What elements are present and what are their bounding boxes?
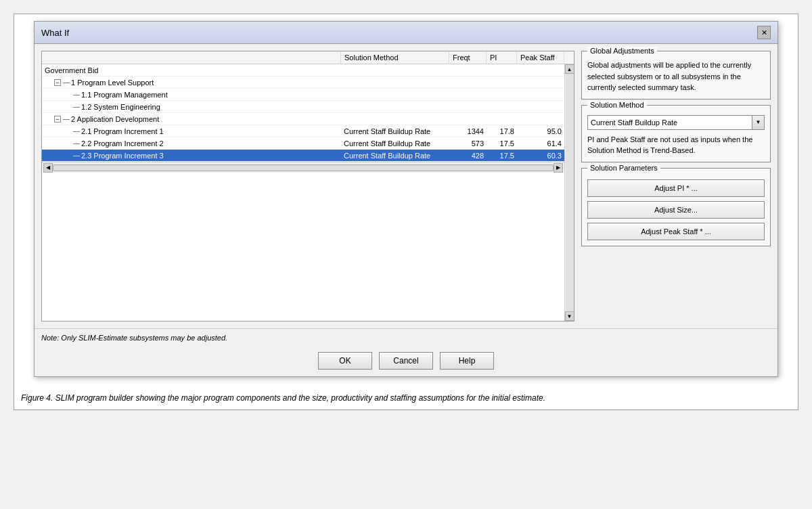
- row-pi: [487, 94, 517, 95]
- global-adjustments-text: Global adjustments will be applied to th…: [587, 60, 765, 93]
- solution-method-group: Solution Method Current Staff Buildup Ra…: [581, 105, 771, 162]
- solution-method-title: Solution Method: [587, 101, 647, 109]
- dialog-title: What If: [41, 28, 69, 38]
- note-text: Note: Only SLIM-Estimate subsystems may …: [41, 334, 227, 342]
- adjust-pi-button[interactable]: Adjust PI * ...: [587, 179, 765, 197]
- figure-caption: Figure 4. SLIM program builder showing t…: [14, 384, 798, 410]
- vertical-scrollbar[interactable]: ▲ ▼: [564, 64, 574, 321]
- row-solution-method: [341, 106, 449, 108]
- row-pi: [487, 82, 517, 83]
- solution-parameters-group: Solution Parameters Adjust PI * ... Adju…: [581, 168, 771, 246]
- solution-method-dropdown[interactable]: Current Staff Buildup Rate ▼: [587, 115, 765, 130]
- table-row[interactable]: −—1 Program Level Support: [42, 76, 564, 89]
- dialog-body: Solution Method Freqt PI Peak Staff Gove…: [35, 44, 777, 328]
- horizontal-scrollbar[interactable]: ◀ ▶: [42, 162, 564, 173]
- row-freqt: 428: [449, 151, 487, 160]
- what-if-dialog: What If ✕ Solution Method Freqt PI Peak …: [34, 21, 778, 377]
- row-name: 1.1 Program Management: [81, 91, 168, 99]
- scroll-right-arrow[interactable]: ▶: [554, 163, 563, 173]
- h-scroll-track[interactable]: [53, 164, 554, 171]
- row-name: 1 Program Level Support: [71, 79, 154, 87]
- table-row[interactable]: —1.1 Program Management: [42, 89, 564, 101]
- row-peak-staff: [517, 106, 564, 108]
- row-freqt: [449, 94, 487, 95]
- v-scroll-track[interactable]: [566, 74, 574, 311]
- table-row[interactable]: −—2 Application Development: [42, 113, 564, 125]
- row-pi: [487, 106, 517, 108]
- row-pi: 17.5: [487, 139, 517, 148]
- solution-method-dropdown-arrow[interactable]: ▼: [752, 116, 764, 129]
- tree-rows-container: Government Bid−—1 Program Level Support—…: [42, 64, 564, 162]
- tree-branch-icon: —: [73, 139, 80, 147]
- row-freqt: [449, 106, 487, 108]
- col-header-name: [42, 51, 341, 64]
- row-solution-method: Current Staff Buildup Rate: [341, 151, 449, 160]
- global-adjustments-title: Global Adjustments: [587, 47, 657, 55]
- row-name: 2.3 Program Increment 3: [81, 152, 164, 160]
- row-solution-method: [341, 82, 449, 83]
- row-solution-method: [341, 70, 449, 71]
- row-freqt: [449, 82, 487, 83]
- tree-branch-icon: —: [73, 127, 80, 135]
- table-row[interactable]: Government Bid: [42, 64, 564, 76]
- row-name: 2.2 Program Increment 2: [81, 139, 164, 148]
- dialog-note-area: Note: Only SLIM-Estimate subsystems may …: [35, 328, 777, 347]
- adjust-size-button[interactable]: Adjust Size...: [587, 201, 765, 219]
- right-panel: Global Adjustments Global adjustments wi…: [581, 51, 771, 322]
- help-button[interactable]: Help: [440, 352, 494, 370]
- row-solution-method: Current Staff Buildup Rate: [341, 139, 449, 148]
- row-pi: [487, 118, 517, 120]
- row-peak-staff: [517, 82, 564, 83]
- row-freqt: 573: [449, 139, 487, 148]
- col-header-peak-staff: Peak Staff: [517, 51, 564, 64]
- dialog-buttons-area: OK Cancel Help: [35, 347, 777, 376]
- adjust-peak-staff-button[interactable]: Adjust Peak Staff * ...: [587, 223, 765, 240]
- table-header: Solution Method Freqt PI Peak Staff: [42, 51, 574, 64]
- table-row[interactable]: —1.2 System Engineering: [42, 101, 564, 113]
- row-name: 1.2 System Engineering: [81, 103, 160, 111]
- dialog-titlebar: What If ✕: [35, 22, 777, 44]
- scroll-down-arrow[interactable]: ▼: [565, 311, 574, 321]
- solution-method-note: PI and Peak Staff are not used as inputs…: [587, 134, 765, 156]
- tree-branch-icon: —: [73, 152, 80, 159]
- tree-content: Government Bid−—1 Program Level Support—…: [42, 64, 564, 321]
- scroll-left-arrow[interactable]: ◀: [43, 163, 53, 173]
- ok-button[interactable]: OK: [318, 352, 372, 370]
- table-row[interactable]: —2.2 Program Increment 2Current Staff Bu…: [42, 137, 564, 150]
- row-pi: 17.8: [487, 127, 517, 136]
- row-peak-staff: 95.0: [517, 127, 564, 136]
- col-header-freqt: Freqt: [449, 51, 487, 64]
- row-name: 2.1 Program Increment 1: [81, 127, 164, 135]
- param-buttons-container: Adjust PI * ... Adjust Size... Adjust Pe…: [587, 179, 765, 240]
- row-freqt: 1344: [449, 127, 487, 136]
- scroll-up-arrow[interactable]: ▲: [565, 64, 574, 74]
- row-solution-method: Current Staff Buildup Rate: [341, 127, 449, 136]
- row-solution-method: [341, 94, 449, 95]
- global-adjustments-group: Global Adjustments Global adjustments wi…: [581, 51, 771, 99]
- col-header-pi: PI: [487, 51, 517, 64]
- row-name: Government Bid: [45, 66, 98, 74]
- row-freqt: [449, 70, 487, 71]
- row-peak-staff: [517, 118, 564, 120]
- row-peak-staff: [517, 94, 564, 95]
- tree-branch-icon: —: [63, 79, 70, 86]
- expand-icon[interactable]: −: [54, 116, 61, 123]
- expand-icon[interactable]: −: [54, 79, 61, 86]
- row-peak-staff: 61.4: [517, 139, 564, 148]
- col-header-scroll: [564, 51, 574, 64]
- row-solution-method: [341, 118, 449, 120]
- row-name: 2 Application Development: [71, 115, 159, 123]
- row-freqt: [449, 118, 487, 120]
- row-peak-staff: [517, 70, 564, 71]
- row-pi: [487, 70, 517, 71]
- cancel-button[interactable]: Cancel: [379, 352, 433, 370]
- table-row[interactable]: —2.3 Program Increment 3Current Staff Bu…: [42, 150, 564, 162]
- tree-branch-icon: —: [63, 115, 70, 123]
- solution-parameters-title: Solution Parameters: [587, 164, 660, 172]
- close-button[interactable]: ✕: [757, 26, 771, 39]
- row-peak-staff: 60.3: [517, 151, 564, 160]
- tree-branch-icon: —: [73, 91, 80, 98]
- row-pi: 17.5: [487, 151, 517, 160]
- table-body-wrapper: Government Bid−—1 Program Level Support—…: [42, 64, 574, 321]
- table-row[interactable]: —2.1 Program Increment 1Current Staff Bu…: [42, 125, 564, 137]
